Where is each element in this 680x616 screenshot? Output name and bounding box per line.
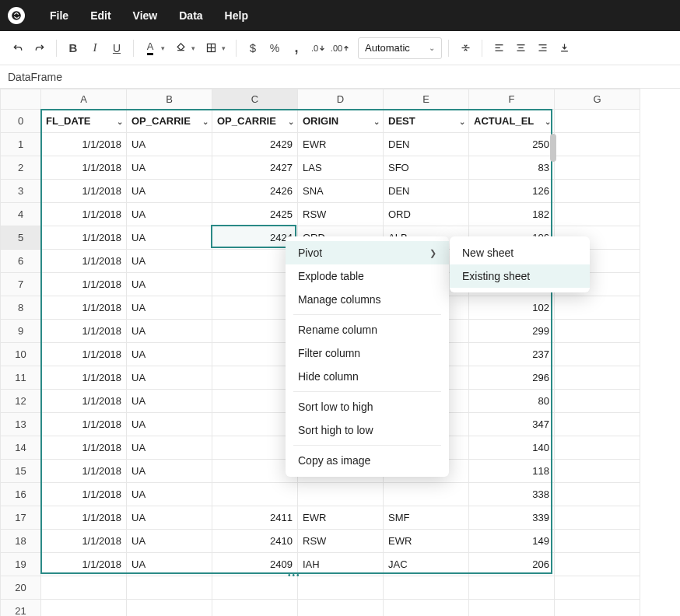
data-column-header[interactable]: OP_CARRIE⌄ [127, 110, 212, 133]
ctx-manage-columns[interactable]: Manage columns [286, 288, 449, 311]
cell[interactable]: 149 [469, 530, 555, 553]
cell[interactable]: 206 [469, 553, 555, 576]
cell[interactable] [555, 530, 640, 553]
cell[interactable] [127, 600, 212, 617]
cell[interactable]: SMF [384, 506, 469, 530]
cell[interactable] [555, 506, 640, 530]
cell[interactable] [384, 576, 469, 600]
cell[interactable]: 1/1/2018 [41, 133, 127, 156]
cell[interactable]: 1/1/2018 [41, 226, 127, 250]
cell[interactable]: UA [127, 553, 212, 576]
column-header-c[interactable]: C [212, 89, 298, 110]
cell[interactable] [212, 296, 298, 320]
underline-button[interactable]: U [107, 37, 127, 59]
cell[interactable]: 1/1/2018 [41, 343, 127, 366]
column-header-b[interactable]: B [127, 89, 212, 110]
cell[interactable]: UA [127, 506, 212, 530]
fill-color-button[interactable]: ▾ [170, 37, 199, 59]
cell[interactable] [469, 576, 555, 600]
cell[interactable]: 1/1/2018 [41, 180, 127, 203]
row-header[interactable]: 10 [1, 343, 41, 366]
row-header[interactable]: 12 [1, 390, 41, 413]
cell[interactable] [555, 110, 640, 133]
cell[interactable] [555, 576, 640, 600]
row-header[interactable]: 13 [1, 413, 41, 436]
undo-button[interactable] [8, 37, 28, 59]
cell[interactable] [212, 436, 298, 460]
cell[interactable]: LAS [298, 156, 384, 180]
decrease-decimal-button[interactable]: .0 [308, 37, 328, 59]
cell[interactable]: 1/1/2018 [41, 296, 127, 320]
row-header[interactable]: 20 [1, 576, 41, 600]
bold-button[interactable]: B [63, 37, 83, 59]
italic-button[interactable]: I [85, 37, 105, 59]
cell[interactable]: UA [127, 530, 212, 553]
row-header[interactable]: 18 [1, 530, 41, 553]
cell[interactable]: 83 [469, 156, 555, 180]
chevron-down-icon[interactable]: ⌄ [202, 117, 209, 125]
column-header-f[interactable]: F [469, 89, 555, 110]
row-header[interactable]: 19 [1, 553, 41, 576]
cell[interactable]: UA [127, 483, 212, 506]
cell[interactable]: 250 [469, 133, 555, 156]
cell[interactable]: 2427 [212, 156, 298, 180]
menu-edit[interactable]: Edit [79, 9, 121, 22]
column-header-g[interactable]: G [555, 89, 640, 110]
chevron-down-icon[interactable]: ⌄ [117, 117, 123, 125]
cell[interactable]: 2411 [212, 506, 298, 530]
borders-button[interactable]: ▾ [201, 37, 230, 59]
cell[interactable] [298, 600, 384, 617]
cell[interactable] [212, 320, 298, 343]
cell[interactable]: 1/1/2018 [41, 250, 127, 273]
data-column-header[interactable]: DEST⌄ [384, 110, 469, 133]
valign-middle-button[interactable] [455, 37, 475, 59]
cell[interactable]: UA [127, 343, 212, 366]
cell[interactable]: 1/1/2018 [41, 530, 127, 553]
cell[interactable]: UA [127, 250, 212, 273]
ctx-hide-column[interactable]: Hide column [286, 365, 449, 388]
column-header-d[interactable]: D [298, 89, 384, 110]
row-header[interactable]: 15 [1, 460, 41, 483]
row-header[interactable]: 7 [1, 273, 41, 296]
cell[interactable] [298, 576, 384, 600]
cell[interactable] [212, 413, 298, 436]
ctx-explode-table[interactable]: Explode table [286, 264, 449, 288]
data-column-header[interactable]: OP_CARRIE⌄ [212, 110, 298, 133]
cell[interactable]: 2425 [212, 203, 298, 226]
chevron-down-icon[interactable]: ⌄ [288, 117, 294, 125]
cell[interactable] [41, 600, 127, 617]
align-right-button[interactable] [532, 37, 552, 59]
row-header[interactable]: 0 [1, 110, 41, 133]
cell[interactable] [212, 460, 298, 483]
cell[interactable]: 1/1/2018 [41, 320, 127, 343]
cell[interactable]: SFO [384, 156, 469, 180]
cell[interactable]: 140 [469, 436, 555, 460]
cell[interactable]: UA [127, 413, 212, 436]
cell[interactable]: UA [127, 203, 212, 226]
cell[interactable]: EWR [298, 506, 384, 530]
row-header[interactable]: 14 [1, 436, 41, 460]
cell[interactable] [212, 343, 298, 366]
cell[interactable]: UA [127, 366, 212, 390]
cell[interactable]: 182 [469, 203, 555, 226]
cell[interactable] [41, 576, 127, 600]
cell[interactable]: EWR [298, 133, 384, 156]
row-header[interactable]: 21 [1, 600, 41, 617]
app-logo[interactable] [8, 7, 25, 24]
cell[interactable] [555, 133, 640, 156]
cell[interactable]: 1/1/2018 [41, 156, 127, 180]
cell[interactable]: UA [127, 460, 212, 483]
row-header[interactable]: 5 [1, 226, 41, 250]
cell[interactable] [555, 460, 640, 483]
percent-button[interactable]: % [265, 37, 285, 59]
cell[interactable]: JAC [384, 553, 469, 576]
chevron-down-icon[interactable]: ⌄ [373, 117, 380, 125]
cell[interactable]: 2429 [212, 133, 298, 156]
cell[interactable]: 1/1/2018 [41, 390, 127, 413]
cell[interactable]: DEN [384, 180, 469, 203]
cell[interactable] [555, 203, 640, 226]
cell[interactable]: 296 [469, 366, 555, 390]
cell[interactable]: IAH [298, 553, 384, 576]
data-column-header[interactable]: FL_DATE⌄ [41, 110, 127, 133]
menu-help[interactable]: Help [214, 9, 259, 22]
